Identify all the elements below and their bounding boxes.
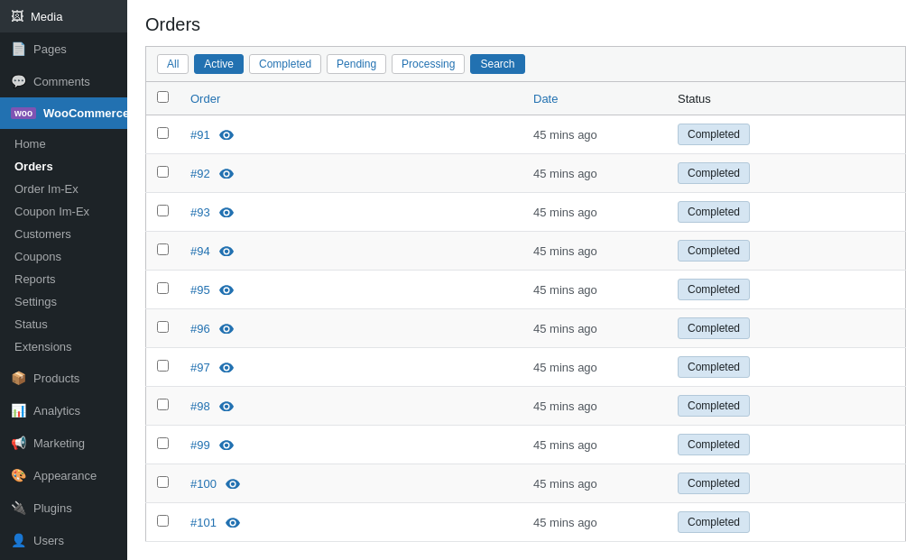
row-checkbox[interactable]: [157, 127, 169, 139]
sidebar-item-woo-status[interactable]: Status: [0, 313, 127, 335]
sidebar-item-comments[interactable]: 💬 Comments: [0, 65, 127, 97]
sidebar-item-label: Comments: [33, 75, 90, 88]
row-order-cell: #101: [180, 503, 522, 542]
row-checkbox-cell: [146, 426, 180, 464]
order-link[interactable]: #100: [190, 477, 217, 491]
sidebar-item-woo-customers[interactable]: Customers: [0, 223, 127, 245]
order-link[interactable]: #95: [190, 283, 210, 297]
view-icon[interactable]: [226, 476, 240, 491]
sidebar-item-woo-reports[interactable]: Reports: [0, 268, 127, 290]
table-header-status: Status: [667, 82, 906, 115]
sidebar-item-plugins[interactable]: 🔌 Plugins: [0, 491, 127, 524]
sidebar-item-users[interactable]: 👤 Users: [0, 524, 127, 556]
row-checkbox-cell: [146, 154, 180, 193]
row-checkbox[interactable]: [157, 166, 169, 178]
sidebar-item-label: Appearance: [33, 469, 97, 482]
row-checkbox-cell: [146, 271, 180, 309]
table-header-checkbox: [146, 82, 180, 115]
table-header-date[interactable]: Date: [522, 82, 667, 115]
row-checkbox-cell: [146, 232, 180, 271]
view-icon[interactable]: [219, 205, 234, 220]
row-checkbox[interactable]: [157, 243, 169, 255]
sidebar-item-woo-orders[interactable]: Orders: [0, 155, 127, 178]
row-checkbox[interactable]: [157, 282, 169, 294]
table-row: #98 45 mins ago Completed: [146, 387, 906, 426]
row-status-cell: Completed: [667, 426, 906, 464]
order-link[interactable]: #91: [190, 128, 210, 142]
row-order-cell: #98: [180, 387, 522, 426]
view-icon[interactable]: [219, 360, 234, 375]
sidebar-item-woo-extensions[interactable]: Extensions: [0, 335, 127, 358]
sidebar-item-woo-order-imex[interactable]: Order Im-Ex: [0, 178, 127, 200]
sidebar-item-pages[interactable]: 📄 Pages: [0, 32, 127, 65]
table-row: #95 45 mins ago Completed: [146, 271, 906, 309]
row-date-cell: 45 mins ago: [522, 464, 667, 503]
sidebar-item-media[interactable]: 🖼 Media: [0, 0, 127, 32]
sidebar-item-woo-coupons[interactable]: Coupons: [0, 245, 127, 268]
view-icon[interactable]: [219, 321, 234, 336]
table-header-order[interactable]: Order: [180, 82, 522, 115]
row-status-cell: Completed: [667, 387, 906, 426]
order-link[interactable]: #101: [190, 516, 217, 529]
order-link[interactable]: #93: [190, 206, 210, 219]
order-link[interactable]: #92: [190, 167, 210, 180]
sidebar-item-label: Media: [31, 10, 62, 23]
filter-completed-button[interactable]: Completed: [249, 54, 321, 74]
row-date-cell: 45 mins ago: [522, 115, 667, 154]
sidebar-item-marketing[interactable]: 📢 Marketing: [0, 427, 127, 459]
filter-active-button[interactable]: Active: [194, 54, 244, 74]
order-link[interactable]: #97: [190, 361, 210, 374]
row-checkbox[interactable]: [157, 515, 169, 527]
view-icon[interactable]: [219, 166, 234, 181]
row-status-cell: Completed: [667, 232, 906, 271]
filter-all-button[interactable]: All: [157, 54, 189, 74]
sidebar-item-products[interactable]: 📦 Products: [0, 362, 127, 394]
row-checkbox[interactable]: [157, 205, 169, 216]
marketing-icon: 📢: [11, 436, 26, 450]
row-status-cell: Completed: [667, 503, 906, 542]
filter-search-button[interactable]: Search: [470, 54, 524, 74]
row-status-cell: Completed: [667, 309, 906, 348]
sidebar-item-tools[interactable]: 🔧 Tools: [0, 556, 127, 560]
table-row: #92 45 mins ago Completed: [146, 154, 906, 193]
table-row: #100 45 mins ago Completed: [146, 464, 906, 503]
order-link[interactable]: #96: [190, 322, 210, 335]
sidebar-item-woo-home[interactable]: Home: [0, 133, 127, 155]
filter-pending-button[interactable]: Pending: [327, 54, 386, 74]
sidebar-item-analytics[interactable]: 📊 Analytics: [0, 394, 127, 427]
row-checkbox-cell: [146, 193, 180, 232]
order-link[interactable]: #94: [190, 244, 210, 258]
row-checkbox[interactable]: [157, 321, 169, 333]
row-order-cell: #91: [180, 115, 522, 154]
sidebar-item-appearance[interactable]: 🎨 Appearance: [0, 459, 127, 491]
filter-processing-button[interactable]: Processing: [392, 54, 465, 74]
row-checkbox-cell: [146, 503, 180, 542]
row-date-cell: 45 mins ago: [522, 193, 667, 232]
view-icon[interactable]: [219, 282, 234, 298]
sidebar-item-woocommerce[interactable]: woo WooCommerce: [0, 97, 127, 129]
view-icon[interactable]: [219, 127, 234, 142]
view-icon[interactable]: [219, 243, 234, 259]
status-badge: Completed: [678, 279, 750, 300]
row-order-cell: #94: [180, 232, 522, 271]
view-icon[interactable]: [226, 515, 240, 530]
row-status-cell: Completed: [667, 154, 906, 193]
view-icon[interactable]: [219, 437, 234, 453]
order-link[interactable]: #98: [190, 399, 210, 413]
row-checkbox[interactable]: [157, 476, 169, 488]
row-checkbox-cell: [146, 115, 180, 154]
row-checkbox[interactable]: [157, 360, 169, 372]
select-all-checkbox[interactable]: [157, 91, 169, 103]
order-link[interactable]: #99: [190, 438, 210, 452]
status-badge: Completed: [678, 356, 750, 378]
table-row: #101 45 mins ago Completed: [146, 503, 906, 542]
sidebar-item-label: Pages: [33, 42, 67, 56]
row-date-cell: 45 mins ago: [522, 426, 667, 464]
sidebar-item-woo-coupon-imex[interactable]: Coupon Im-Ex: [0, 200, 127, 223]
view-icon[interactable]: [219, 399, 234, 414]
sidebar-item-woo-settings[interactable]: Settings: [0, 290, 127, 313]
row-checkbox[interactable]: [157, 399, 169, 410]
row-order-cell: #92: [180, 154, 522, 193]
row-checkbox[interactable]: [157, 437, 169, 449]
page-title: Orders: [145, 14, 906, 35]
